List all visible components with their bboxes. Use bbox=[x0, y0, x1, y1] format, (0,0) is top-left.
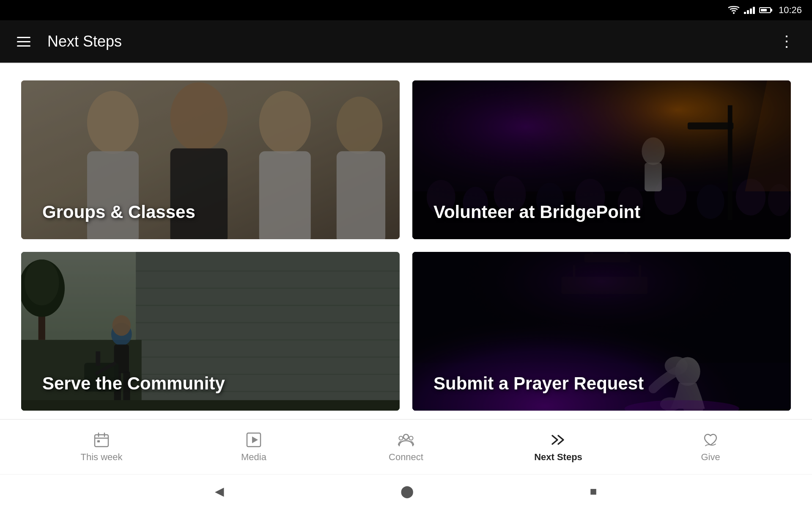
volunteer-label: Volunteer at BridgePoint bbox=[412, 185, 791, 239]
svg-point-80 bbox=[409, 436, 413, 440]
more-options-icon[interactable]: ⋮ bbox=[779, 33, 795, 50]
battery-icon bbox=[759, 7, 771, 13]
groups-classes-label: Groups & Classes bbox=[21, 185, 400, 239]
app-bar: Next Steps ⋮ bbox=[0, 20, 812, 63]
status-time: 10:26 bbox=[779, 5, 802, 16]
give-icon bbox=[702, 431, 719, 448]
calendar-icon bbox=[93, 431, 110, 448]
hamburger-menu-icon[interactable] bbox=[17, 37, 30, 47]
home-button[interactable]: ⬤ bbox=[401, 484, 414, 498]
svg-marker-77 bbox=[252, 436, 258, 443]
svg-rect-75 bbox=[97, 440, 100, 442]
system-nav: ◀ ⬤ ■ bbox=[0, 474, 812, 508]
play-icon bbox=[245, 431, 262, 448]
svg-point-0 bbox=[733, 12, 735, 14]
cards-grid: Groups & Classes bbox=[0, 64, 812, 419]
people-icon bbox=[398, 431, 414, 448]
serve-community-card[interactable]: Serve the Community bbox=[21, 252, 400, 411]
recent-button[interactable]: ■ bbox=[590, 485, 597, 498]
nav-item-give[interactable]: Give bbox=[677, 431, 744, 463]
wifi-icon bbox=[728, 6, 740, 14]
nav-item-connect[interactable]: Connect bbox=[372, 431, 440, 463]
nav-label-this-week: This week bbox=[80, 452, 122, 463]
nav-label-media: Media bbox=[241, 452, 266, 463]
svg-rect-71 bbox=[95, 435, 108, 447]
status-bar: 10:26 bbox=[0, 0, 812, 20]
status-icons: 10:26 bbox=[728, 5, 802, 16]
nav-item-this-week[interactable]: This week bbox=[68, 431, 135, 463]
nav-label-give: Give bbox=[701, 452, 720, 463]
prayer-label: Submit a Prayer Request bbox=[412, 356, 791, 411]
next-steps-icon bbox=[550, 431, 567, 448]
page-title: Next Steps bbox=[47, 33, 779, 50]
nav-label-next-steps: Next Steps bbox=[534, 452, 582, 463]
nav-item-media[interactable]: Media bbox=[220, 431, 288, 463]
serve-label: Serve the Community bbox=[21, 356, 400, 411]
nav-label-connect: Connect bbox=[389, 452, 423, 463]
bottom-nav: This week Media Connect Next Steps bbox=[0, 419, 812, 474]
back-button[interactable]: ◀ bbox=[215, 484, 224, 498]
volunteer-card[interactable]: Volunteer at BridgePoint bbox=[412, 80, 791, 239]
prayer-request-card[interactable]: Submit a Prayer Request bbox=[412, 252, 791, 411]
svg-point-79 bbox=[399, 436, 403, 440]
nav-item-next-steps[interactable]: Next Steps bbox=[524, 431, 592, 463]
signal-bars-icon bbox=[744, 6, 755, 14]
groups-classes-card[interactable]: Groups & Classes bbox=[21, 80, 400, 239]
svg-point-78 bbox=[403, 434, 409, 439]
